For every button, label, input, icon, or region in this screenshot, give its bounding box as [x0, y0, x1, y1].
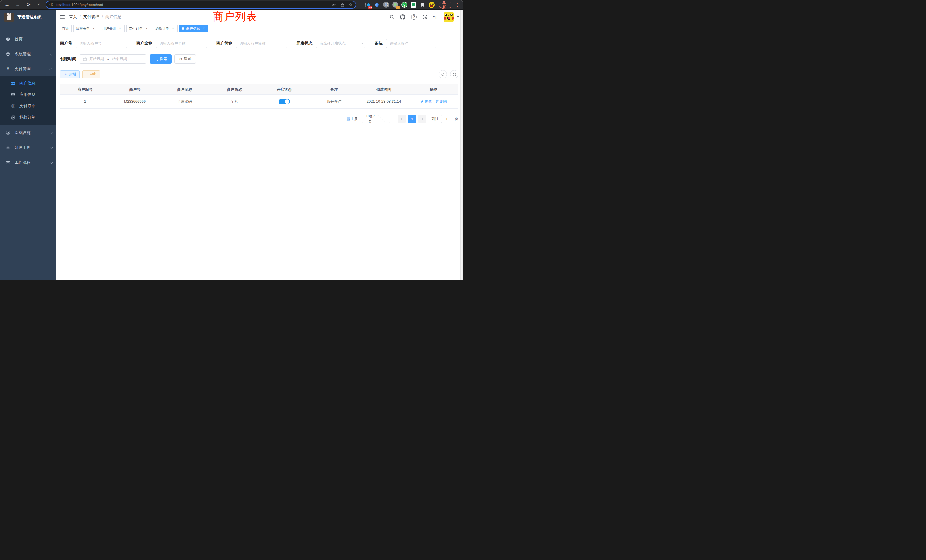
browser-toolbar: ← → ⟳ ⌂ ⓘ localhost:1024/pay/merchant ☆ … — [0, 0, 463, 10]
table-toolbar: ＋ 新增 ↓ 导出 — [60, 70, 458, 79]
chevron-down-icon — [360, 42, 363, 44]
tags-view-bar: 首页 流程表单× 用户分组× 支付订单× 退款订单× 商户信息× — [56, 24, 463, 33]
next-page-button[interactable] — [418, 115, 426, 123]
breadcrumb-home[interactable]: 首页 — [69, 14, 77, 20]
full-name-label: 商户全称 — [136, 41, 152, 46]
chrome-update-button[interactable]: 更新 — [439, 2, 452, 8]
close-icon[interactable]: × — [202, 27, 206, 30]
cell-create-time: 2021-10-23 08:31:14 — [359, 95, 409, 108]
tag-process-form[interactable]: 流程表单× — [73, 25, 98, 32]
briefcase-icon — [6, 160, 10, 165]
extension-yuque-icon[interactable]: y — [401, 2, 407, 8]
search-button[interactable]: 搜索 — [150, 54, 172, 64]
tag-home[interactable]: 首页 — [60, 25, 71, 32]
user-avatar[interactable] — [443, 12, 454, 22]
date-range-picker[interactable]: 开始日期 - 结束日期 — [80, 54, 146, 64]
help-icon[interactable]: ? — [411, 14, 416, 20]
sidebar-item-workflow[interactable]: 工作流程 — [0, 155, 56, 170]
vertical-scrollbar[interactable] — [460, 10, 463, 280]
extension-diamond-icon[interactable]: 10 — [365, 2, 371, 8]
browser-forward-button[interactable]: → — [14, 1, 22, 9]
merchant-no-label: 商户号 — [60, 41, 72, 46]
search-icon — [154, 57, 158, 61]
bookmark-star-icon[interactable]: ☆ — [349, 2, 353, 8]
remark-label: 备注 — [375, 41, 383, 46]
url-bar[interactable]: ⓘ localhost:1024/pay/merchant ☆ — [45, 1, 356, 9]
chevron-down-icon — [50, 146, 53, 149]
toggle-search-button[interactable] — [439, 70, 447, 79]
extension-pin-icon[interactable] — [374, 2, 380, 8]
breadcrumb-current: 商户信息 — [106, 14, 121, 20]
close-icon[interactable]: × — [92, 27, 95, 30]
page-number-1[interactable]: 1 — [408, 115, 416, 123]
extension-command-icon[interactable]: ⌘ — [383, 2, 389, 8]
browser-reload-button[interactable]: ⟳ — [25, 1, 32, 9]
share-icon[interactable] — [340, 3, 345, 7]
app-title: 芋道管理系统 — [17, 15, 41, 20]
chevron-right-icon — [421, 118, 424, 120]
extensions-puzzle-icon[interactable] — [419, 2, 426, 8]
delete-link[interactable]: 删除 — [436, 99, 447, 104]
site-info-icon[interactable]: ⓘ — [49, 2, 53, 8]
fullscreen-icon[interactable] — [422, 14, 427, 20]
remark-input[interactable] — [386, 39, 436, 48]
close-icon[interactable]: × — [145, 27, 148, 30]
create-time-label: 创建时间 — [60, 56, 76, 62]
refresh-table-button[interactable] — [450, 70, 458, 79]
reset-button[interactable]: ↻ 重置 — [174, 54, 196, 64]
breadcrumb-payment[interactable]: 支付管理 — [83, 14, 99, 20]
profile-avatar[interactable] — [428, 2, 435, 8]
sidebar-logo[interactable]: 芋道管理系统 — [0, 10, 56, 24]
sidebar-item-pay-order[interactable]: ¥ 支付订单 — [0, 100, 56, 112]
merchant-no-input[interactable] — [76, 39, 127, 48]
payment-submenu: 商户信息 应用信息 ¥ 支付订单 — [0, 76, 56, 126]
chrome-menu-icon[interactable]: ⋮ — [455, 2, 460, 8]
github-icon[interactable] — [400, 14, 406, 20]
sidebar-item-home[interactable]: 首页 — [0, 32, 56, 47]
status-toggle[interactable] — [278, 98, 290, 104]
header-search-icon[interactable] — [389, 15, 394, 20]
tag-refund-order[interactable]: 退款订单× — [153, 25, 178, 32]
goto-label: 前往 — [431, 117, 439, 121]
sidebar-item-app-info[interactable]: 应用信息 — [0, 89, 56, 100]
filter-row-1: 商户号 商户全称 商户简称 开启状态 请选择开启状态 — [60, 39, 458, 48]
edit-link[interactable]: 修改 — [420, 99, 432, 104]
full-name-input[interactable] — [156, 39, 207, 48]
password-key-icon[interactable] — [331, 2, 336, 7]
avatar-caret-icon[interactable] — [457, 16, 459, 18]
filter-row-2: 创建时间 开始日期 - 结束日期 搜索 ↻ 重置 — [60, 54, 458, 64]
add-button[interactable]: ＋ 新增 — [60, 70, 80, 79]
pagination-total: 共1条 — [346, 117, 358, 121]
refresh-icon: ↻ — [179, 57, 182, 61]
sidebar-item-payment[interactable]: ¥ 支付管理 — [0, 62, 56, 76]
browser-back-button[interactable]: ← — [3, 1, 11, 9]
export-button[interactable]: ↓ 导出 — [82, 70, 100, 79]
page-size-select[interactable]: 10条/页 — [362, 115, 390, 123]
tag-merchant-info[interactable]: 商户信息× — [179, 25, 209, 32]
extension-camera-icon[interactable]: 1 — [392, 2, 398, 8]
font-size-icon[interactable]: тT — [433, 15, 437, 20]
extension-chat-icon[interactable] — [410, 2, 416, 8]
goto-page-input[interactable] — [441, 115, 452, 123]
sidebar-item-infrastructure[interactable]: 基础设施 — [0, 126, 56, 140]
close-icon[interactable]: × — [118, 27, 122, 30]
browser-home-button[interactable]: ⌂ — [36, 1, 43, 9]
refresh-icon — [452, 73, 457, 76]
sidebar-item-system[interactable]: 系统管理 — [0, 47, 56, 62]
close-icon[interactable]: × — [171, 27, 175, 30]
table-header-row: 商户编号 商户号 商户全称 商户简称 开启状态 备注 创建时间 操作 — [60, 85, 458, 95]
chevron-down-icon — [50, 131, 53, 134]
status-select[interactable]: 请选择开启状态 — [316, 39, 366, 48]
prev-page-button[interactable] — [398, 115, 406, 123]
extension-badge: 10 — [368, 6, 372, 9]
sidebar-fold-icon[interactable] — [60, 14, 65, 20]
short-name-input[interactable] — [236, 39, 287, 48]
sidebar-item-merchant-info[interactable]: 商户信息 — [0, 77, 56, 89]
logo-avatar — [4, 12, 14, 22]
storefront-icon — [11, 81, 15, 86]
tag-pay-order[interactable]: 支付订单× — [126, 25, 151, 32]
sidebar-item-dev-tools[interactable]: 研发工具 — [0, 140, 56, 155]
tag-user-group[interactable]: 用户分组× — [100, 25, 125, 32]
sidebar-item-refund-order[interactable]: 退款订单 — [0, 112, 56, 123]
cell-full-name: 芋道源码 — [160, 95, 210, 108]
